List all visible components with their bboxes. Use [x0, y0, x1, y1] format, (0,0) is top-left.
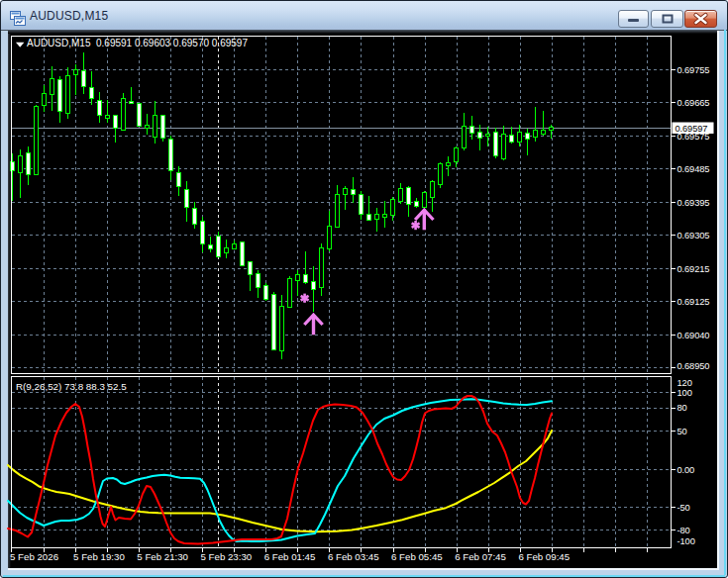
svg-text:6 Feb 09:45: 6 Feb 09:45	[518, 551, 570, 562]
svg-text:100: 100	[677, 388, 692, 398]
svg-text:0.69040: 0.69040	[677, 331, 710, 340]
svg-text:50: 50	[677, 427, 687, 436]
svg-text:0.69125: 0.69125	[677, 297, 710, 307]
svg-text:-50: -50	[677, 503, 690, 513]
svg-text:6 Feb 05:45: 6 Feb 05:45	[391, 551, 443, 562]
svg-text:0.69395: 0.69395	[677, 198, 710, 208]
svg-text:5 Feb 21:30: 5 Feb 21:30	[137, 551, 188, 562]
svg-text:R(9,26,52) 73.8 88.3 52.5: R(9,26,52) 73.8 88.3 52.5	[16, 381, 127, 392]
svg-text:0.69755: 0.69755	[677, 65, 710, 75]
svg-text:0.69665: 0.69665	[677, 98, 710, 108]
svg-text:-80: -80	[677, 526, 690, 535]
svg-text:6 Feb 03:45: 6 Feb 03:45	[328, 551, 379, 562]
svg-text:-100: -100	[677, 536, 695, 546]
svg-text:0.69597: 0.69597	[676, 124, 708, 134]
svg-text:5 Feb 2026: 5 Feb 2026	[10, 551, 58, 562]
svg-text:0.69485: 0.69485	[677, 164, 710, 174]
svg-text:5 Feb 23:30: 5 Feb 23:30	[201, 551, 253, 562]
svg-text:0.69215: 0.69215	[677, 264, 710, 274]
svg-text:6 Feb 01:45: 6 Feb 01:45	[264, 551, 316, 562]
svg-text:AUDUSD,M15 0.69591 0.69603 0.: AUDUSD,M15 0.69591 0.69603 0.69570 0.695…	[27, 38, 248, 48]
svg-text:6 Feb 07:45: 6 Feb 07:45	[455, 551, 506, 562]
svg-text:0.00: 0.00	[677, 465, 695, 475]
svg-text:5 Feb 19:30: 5 Feb 19:30	[73, 551, 125, 562]
svg-text:0.69305: 0.69305	[677, 231, 710, 241]
svg-text:120: 120	[677, 378, 692, 388]
svg-text:80: 80	[677, 403, 687, 413]
svg-text:0.68950: 0.68950	[677, 361, 710, 371]
